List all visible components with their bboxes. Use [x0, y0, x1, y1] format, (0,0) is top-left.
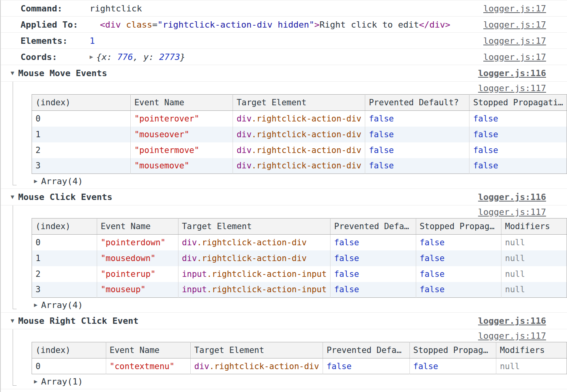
source-link[interactable]: logger.js:117	[478, 207, 546, 217]
target-element-value: div.rightclick-action-div	[237, 146, 361, 155]
table-header-cell[interactable]: Prevented Defa…	[330, 218, 416, 235]
token-plain	[121, 20, 126, 30]
table-cell: 2	[32, 142, 131, 158]
token-plain: {	[96, 52, 101, 62]
array-summary-label: Array(4)	[41, 176, 83, 186]
table-cell: "pointermove"	[131, 142, 233, 158]
table-cell: null	[501, 250, 567, 266]
table-header-cell[interactable]: Target Element	[233, 95, 365, 111]
table-row: 1"mousedown"div.rightclick-action-divfal…	[32, 250, 567, 266]
array-summary[interactable]: ▶Array(4)	[1, 174, 567, 189]
table-header-cell[interactable]: (index)	[32, 218, 97, 235]
command-label: Command:	[21, 4, 90, 13]
group-indent-guide	[13, 205, 17, 309]
table-cell: 3	[32, 158, 131, 174]
table-cell: false	[330, 250, 416, 266]
expand-triangle-icon: ▶	[34, 302, 38, 308]
source-link[interactable]: logger.js:116	[478, 68, 546, 78]
token-tag: </div>	[419, 20, 450, 30]
source-link[interactable]: logger.js:17	[483, 4, 546, 13]
expand-triangle-icon: ▶	[34, 178, 38, 184]
element-tag-name: input	[182, 269, 207, 279]
string-value: "contextmenu"	[110, 362, 175, 371]
source-link[interactable]: logger.js:17	[483, 52, 546, 62]
table-header-cell[interactable]: Prevented Default?	[365, 95, 469, 111]
group-header[interactable]: ▼Mouse Right Click Eventlogger.js:116	[1, 313, 567, 329]
source-link[interactable]: logger.js:17	[483, 36, 546, 46]
element-tag-name: div	[237, 161, 252, 170]
table-header-cell[interactable]: (index)	[32, 342, 106, 358]
table-cell: false	[416, 250, 501, 266]
index-value: 2	[36, 269, 41, 279]
table-header-cell[interactable]: Modifiers	[496, 342, 567, 358]
table-header-cell[interactable]: Event Name	[97, 218, 178, 235]
table-cell: false	[409, 358, 496, 374]
bool-value: false	[420, 254, 445, 263]
element-tag-name: input	[182, 285, 207, 294]
source-link[interactable]: logger.js:17	[483, 20, 546, 30]
table-cell: false	[330, 266, 416, 282]
source-link[interactable]: logger.js:116	[478, 192, 546, 202]
token-plain: Right click to edit	[319, 20, 419, 30]
coords-object-preview[interactable]: {x: 776, y: 2773}	[96, 52, 185, 62]
table-header-cell[interactable]: Target Element	[178, 218, 330, 235]
element-class-name: .rightclick-action-div	[252, 146, 361, 155]
table-cell: div.rightclick-action-div	[233, 111, 365, 127]
group-body: logger.js:117(index)Event NameTarget Ele…	[1, 329, 567, 389]
table-header-cell[interactable]: (index)	[32, 95, 131, 111]
bool-value: false	[334, 238, 359, 247]
table-row: 0"contextmenu"div.rightclick-action-divf…	[32, 358, 567, 374]
table-cell: false	[365, 127, 469, 142]
table-cell: "mouseup"	[97, 282, 178, 298]
index-value: 0	[36, 362, 41, 371]
table-cell: div.rightclick-action-div	[233, 142, 365, 158]
index-value: 0	[36, 114, 41, 123]
table-cell: false	[469, 158, 567, 174]
target-element-value: div.rightclick-action-div	[182, 254, 307, 263]
token-attr: class	[126, 20, 152, 30]
array-summary[interactable]: ▶Array(1)	[1, 374, 567, 389]
table-header-cell[interactable]: Target Element	[191, 342, 323, 358]
array-summary[interactable]: ▶Array(4)	[1, 298, 567, 312]
string-value: "mousemove"	[134, 161, 189, 170]
source-link[interactable]: logger.js:116	[478, 316, 546, 326]
bool-value: false	[473, 114, 498, 123]
applied-to-element-markup[interactable]: <div class="rightclick-action-div hidden…	[100, 20, 450, 30]
token-tag: >	[314, 20, 319, 30]
table-cell: 1	[32, 127, 131, 142]
table-header-cell[interactable]: Stopped Propag…	[416, 218, 501, 235]
index-value: 1	[36, 130, 41, 139]
group-header[interactable]: ▼Mouse Click Eventslogger.js:116	[1, 189, 567, 205]
console-table: (index)Event NameTarget ElementPrevented…	[32, 94, 567, 174]
bool-value: false	[420, 285, 445, 294]
table-header-cell[interactable]: Stopped Propagati…	[469, 95, 567, 111]
console-message-command: Command: rightclick logger.js:17	[1, 0, 567, 17]
table-cell: null	[496, 358, 567, 374]
collapse-triangle-icon: ▼	[11, 194, 14, 200]
token-plain: :	[149, 52, 160, 62]
table-header-cell[interactable]: Prevented Defa…	[323, 342, 409, 358]
table-header-cell[interactable]: Event Name	[106, 342, 191, 358]
table-header-cell[interactable]: Event Name	[131, 95, 233, 111]
console-message-applied-to: Applied To: <div class="rightclick-actio…	[1, 17, 567, 33]
element-tag-name: div	[237, 146, 252, 155]
group-header[interactable]: ▼Mouse Move Eventslogger.js:116	[1, 65, 567, 82]
table-header-cell[interactable]: Stopped Propag…	[409, 342, 496, 358]
table-header-cell[interactable]: Modifiers	[501, 218, 567, 235]
table-cell: 0	[32, 358, 106, 374]
token-plain: y	[143, 52, 148, 62]
element-tag-name: div	[182, 254, 197, 263]
table-cell: false	[330, 282, 416, 298]
table-cell: null	[501, 282, 567, 298]
token-num: 776	[117, 52, 133, 62]
table-row: 1"mouseover"div.rightclick-action-divfal…	[32, 127, 567, 142]
group-title: Mouse Right Click Event	[18, 316, 139, 326]
expand-triangle-icon[interactable]: ▶	[90, 54, 93, 60]
source-link[interactable]: logger.js:117	[478, 331, 546, 341]
string-value: "mouseover"	[134, 130, 189, 139]
source-link[interactable]: logger.js:117	[478, 83, 546, 93]
devtools-console-panel: Command: rightclick logger.js:17 Applied…	[0, 0, 567, 392]
table-cell: "pointerup"	[97, 266, 178, 282]
console-groups: ▼Mouse Move Eventslogger.js:116logger.js…	[1, 65, 567, 389]
index-value: 0	[36, 238, 41, 247]
